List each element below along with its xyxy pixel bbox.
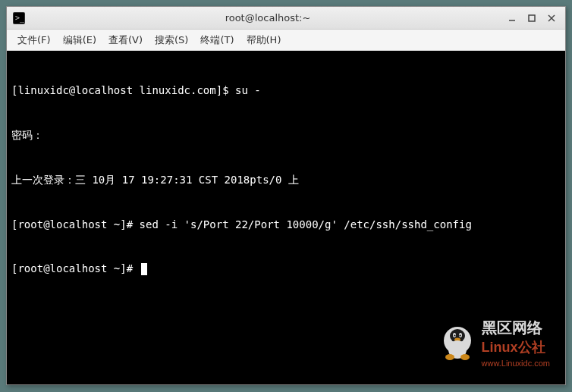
terminal-cursor	[141, 263, 147, 275]
menu-search[interactable]: 搜索(S)	[149, 30, 194, 50]
terminal-line: 密码：	[11, 128, 561, 143]
tux-icon	[439, 325, 476, 362]
watermark-text: 黑区网络 Linux公社 www.Linuxidc.com	[482, 317, 550, 369]
svg-point-12	[459, 334, 460, 336]
watermark: 黑区网络 Linux公社 www.Linuxidc.com	[439, 317, 550, 369]
svg-point-16	[460, 354, 470, 360]
svg-point-15	[445, 354, 454, 360]
menu-file[interactable]: 文件(F)	[11, 30, 57, 50]
terminal-app-icon: >_	[13, 12, 25, 24]
terminal-line: [linuxidc@localhost linuxidc.com]$ su -	[11, 83, 561, 99]
maximize-button[interactable]	[524, 11, 539, 25]
watermark-line3: www.Linuxidc.com	[482, 358, 550, 369]
window-title: root@localhost:~	[31, 12, 504, 24]
close-icon	[547, 14, 556, 23]
menubar: 文件(F) 编辑(E) 查看(V) 搜索(S) 终端(T) 帮助(H)	[7, 30, 565, 51]
svg-point-11	[454, 334, 455, 336]
watermark-line2: Linux公社	[482, 338, 550, 357]
terminal-window: >_ root@localhost:~ 文件(F) 编辑(E) 查看(V) 搜索…	[6, 6, 566, 385]
terminal-prompt-line: [root@localhost ~]#	[11, 262, 561, 277]
menu-help[interactable]: 帮助(H)	[240, 30, 288, 50]
close-button[interactable]	[544, 11, 559, 25]
window-controls	[504, 11, 559, 25]
terminal-line: 上一次登录：三 10月 17 19:27:31 CST 2018pts/0 上	[11, 173, 561, 188]
svg-text:>_: >_	[15, 14, 25, 23]
terminal-line: [root@localhost ~]# sed -i 's/Port 22/Po…	[11, 218, 561, 233]
titlebar[interactable]: >_ root@localhost:~	[7, 7, 565, 30]
menu-edit[interactable]: 编辑(E)	[57, 30, 102, 50]
terminal-content[interactable]: [linuxidc@localhost linuxidc.com]$ su - …	[7, 51, 565, 384]
terminal-prompt: [root@localhost ~]#	[11, 262, 140, 274]
menu-terminal[interactable]: 终端(T)	[194, 30, 240, 50]
minimize-button[interactable]	[504, 11, 520, 25]
menu-view[interactable]: 查看(V)	[102, 30, 149, 50]
watermark-line1: 黑区网络	[482, 317, 550, 338]
svg-rect-4	[529, 15, 535, 21]
maximize-icon	[527, 14, 536, 23]
minimize-icon	[508, 14, 517, 23]
